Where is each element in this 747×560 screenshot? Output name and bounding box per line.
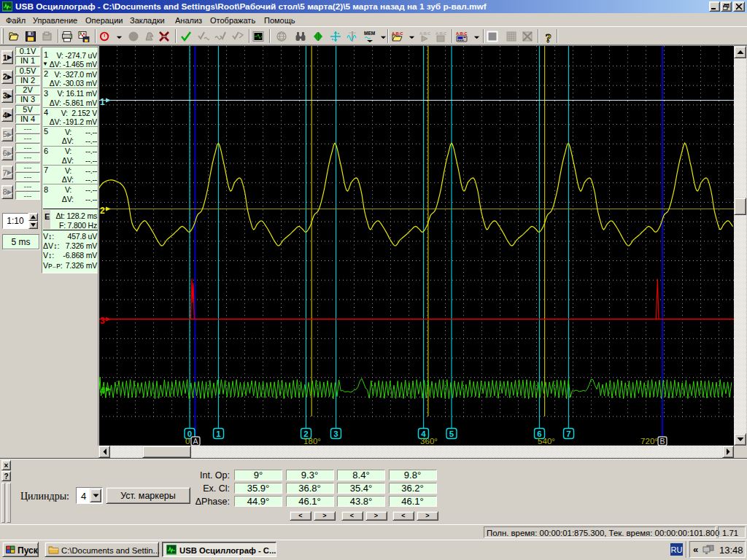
svg-text:7: 7 [566,429,570,438]
svg-text:4: 4 [100,386,105,396]
svg-text:MEM: MEM [364,31,375,36]
svg-text:540°: 540° [538,437,555,446]
svg-text:0: 0 [185,437,190,446]
svg-text:A:B:C: A:B:C [456,31,468,36]
svg-text:A:B:C: A:B:C [419,31,430,36]
svg-text:5: 5 [449,429,454,438]
svg-text:?: ? [546,31,552,44]
svg-text:2: 2 [100,206,105,216]
svg-text:3: 3 [100,316,105,326]
svg-text:3: 3 [333,429,338,438]
svg-text:A:B:C: A:B:C [392,31,403,36]
svg-text:1: 1 [216,429,221,438]
svg-text:B: B [659,437,665,446]
svg-text:360°: 360° [420,437,438,446]
svg-text:180°: 180° [303,437,321,446]
svg-text:720°: 720° [640,437,658,446]
svg-text:A:B:C: A:B:C [436,31,446,36]
svg-text:A: A [193,437,198,446]
svg-text:1: 1 [100,97,105,107]
